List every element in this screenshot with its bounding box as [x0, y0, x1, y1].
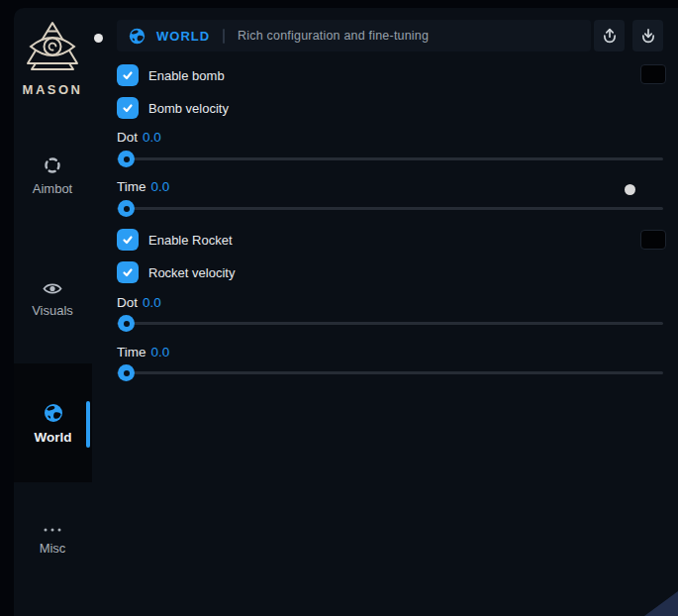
eye-icon: [43, 281, 62, 296]
bomb-time-slider-track[interactable]: [117, 207, 663, 210]
page-subtitle: Rich configuration and fine-tuning: [238, 29, 429, 43]
download-config-button[interactable]: [632, 20, 663, 51]
enable-bomb-checkbox[interactable]: [117, 64, 139, 86]
sidebar-item-misc[interactable]: Misc: [14, 526, 91, 556]
cheat-menu-screen: MASON Aimbot Visuals World: [0, 0, 678, 616]
enable-rocket-checkbox[interactable]: [117, 229, 139, 251]
slider-value: 0.0: [151, 179, 170, 194]
globe-icon: [44, 403, 63, 423]
menu-window: [14, 8, 678, 616]
rocket-dot-slider-track[interactable]: [117, 322, 663, 325]
bomb-dot-slider-thumb[interactable]: [118, 151, 135, 167]
rocket-dot-slider-label: Dot0.0: [117, 295, 161, 310]
page-header: WORLD Rich configuration and fine-tuning: [117, 20, 591, 51]
check-icon: [122, 234, 134, 246]
bomb-velocity-checkbox[interactable]: [117, 97, 139, 119]
rocket-velocity-row: Rocket velocity: [117, 261, 235, 283]
mason-eye-pyramid-icon: [24, 20, 81, 73]
checkbox-label: Enable Rocket: [148, 233, 233, 248]
check-icon: [122, 69, 134, 81]
download-icon: [640, 28, 656, 45]
ellipsis-icon: [42, 526, 63, 534]
checkbox-label: Enable bomb: [148, 68, 225, 83]
upload-icon: [602, 28, 618, 45]
enable-bomb-row: Enable bomb: [117, 64, 225, 86]
upload-config-button[interactable]: [594, 20, 625, 51]
rocket-time-slider-thumb[interactable]: [118, 364, 135, 381]
crosshair-icon: [44, 156, 61, 174]
sidebar-item-label: Misc: [40, 541, 66, 556]
sidebar-item-world-active[interactable]: World: [14, 363, 92, 482]
rocket-time-slider-label: Time0.0: [117, 345, 169, 359]
globe-icon: [129, 28, 145, 45]
check-icon: [122, 102, 134, 114]
bomb-color-swatch[interactable]: [640, 64, 666, 84]
brand-logo: MASON: [14, 20, 91, 97]
sidebar-item-label: World: [35, 430, 72, 445]
bomb-dot-slider-track[interactable]: [117, 157, 663, 160]
sidebar-item-aimbot[interactable]: Aimbot: [14, 156, 91, 196]
slider-value: 0.0: [143, 295, 161, 310]
cursor-dot: [625, 184, 635, 195]
page-title: WORLD: [156, 29, 210, 44]
enable-rocket-row: Enable Rocket: [117, 229, 233, 251]
sidebar-item-visuals[interactable]: Visuals: [14, 281, 91, 318]
slider-value: 0.0: [151, 345, 170, 359]
sidebar-item-label: Visuals: [32, 303, 73, 318]
bomb-time-slider-label: Time0.0: [117, 179, 169, 194]
slider-value: 0.0: [143, 130, 161, 145]
checkbox-label: Bomb velocity: [148, 101, 229, 116]
rocket-velocity-checkbox[interactable]: [117, 261, 139, 283]
header-divider: [223, 29, 225, 44]
check-icon: [122, 266, 134, 278]
checkbox-label: Rocket velocity: [148, 265, 235, 280]
rocket-dot-slider-thumb[interactable]: [118, 315, 135, 332]
sidebar-item-label: Aimbot: [33, 181, 72, 196]
rocket-color-swatch[interactable]: [640, 230, 666, 250]
cursor-dot: [94, 34, 103, 43]
bomb-velocity-row: Bomb velocity: [117, 97, 229, 119]
bomb-dot-slider-label: Dot0.0: [117, 130, 161, 145]
brand-name: MASON: [14, 82, 91, 97]
bomb-time-slider-thumb[interactable]: [118, 200, 135, 217]
rocket-time-slider-track[interactable]: [117, 371, 663, 374]
